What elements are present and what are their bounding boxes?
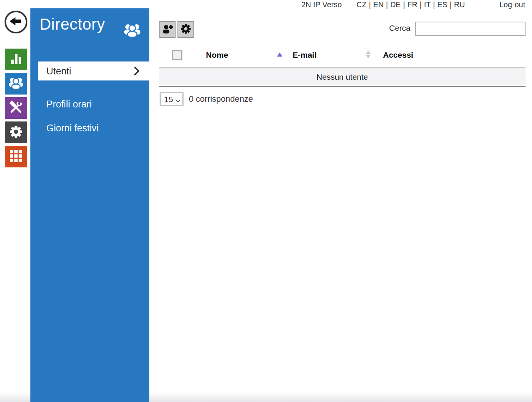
hammer-wrench-icon [9, 100, 23, 116]
app-window: 2N IP Verso CZ|EN|DE|FR|IT|ES|RU Log-out [0, 0, 532, 402]
sort-ascending-icon [277, 52, 282, 57]
lang-ru[interactable]: RU [454, 0, 465, 9]
menu-item-giorni-festivi[interactable]: Giorni festivi [30, 118, 149, 137]
lang-de[interactable]: DE [390, 0, 401, 9]
lang-es[interactable]: ES [437, 0, 448, 9]
lang-separator: | [447, 0, 454, 9]
panel-title: Directory [40, 15, 105, 33]
menu-item-label: Profili orari [46, 99, 92, 110]
chevron-right-icon [133, 66, 140, 77]
menu-item-label: Giorni festivi [46, 123, 99, 134]
lang-cz[interactable]: CZ [356, 0, 367, 9]
column-header-nome[interactable]: Nome [206, 50, 228, 60]
sort-both-icon [366, 50, 370, 58]
product-title: 2N IP Verso [301, 0, 342, 9]
lang-en[interactable]: EN [373, 0, 384, 9]
table-empty-row: Nessun utente [159, 68, 526, 87]
lang-separator: | [367, 0, 373, 9]
language-switcher: CZ|EN|DE|FR|IT|ES|RU [356, 0, 465, 9]
column-header-email[interactable]: E-mail [293, 50, 317, 60]
lang-separator: | [418, 0, 424, 9]
sidebar-item-hardware[interactable] [5, 121, 27, 143]
page-size-select[interactable]: 15 [160, 92, 184, 106]
person-plus-icon [162, 24, 173, 36]
sidebar-item-directory[interactable] [5, 73, 27, 95]
bar-chart-icon [9, 52, 23, 67]
lang-separator: | [431, 0, 437, 9]
grid-icon [9, 149, 23, 165]
sidebar-item-services[interactable] [5, 97, 27, 119]
users-group-icon [8, 76, 24, 92]
add-user-button[interactable] [159, 21, 176, 38]
menu-item-label: Utenti [46, 66, 71, 77]
lang-fr[interactable]: FR [407, 0, 418, 9]
empty-state-text: Nessun utente [317, 73, 368, 82]
directory-panel: Directory Utenti Profili orari Giorni fe [30, 8, 149, 402]
back-arrow-icon [10, 16, 22, 28]
sidebar-item-system[interactable] [5, 146, 27, 167]
lang-it[interactable]: IT [424, 0, 431, 9]
select-all-checkbox[interactable] [172, 50, 182, 60]
gear-icon [180, 23, 192, 36]
lang-separator: | [384, 0, 390, 9]
search-label: Cerca [380, 24, 410, 33]
users-group-icon [123, 22, 142, 40]
lang-separator: | [401, 0, 407, 9]
menu-item-profili-orari[interactable]: Profili orari [30, 95, 149, 114]
sidebar-item-state[interactable] [5, 49, 27, 70]
match-count-text: 0 corrispondenze [189, 94, 253, 104]
back-button[interactable] [5, 11, 27, 33]
column-header-accessi: Accessi [383, 50, 413, 60]
table-settings-button[interactable] [177, 21, 194, 38]
logout-link[interactable]: Log-out [499, 0, 525, 9]
gear-icon [8, 124, 24, 141]
menu-item-utenti[interactable]: Utenti [38, 61, 149, 80]
page-size-wrap: 15 [160, 92, 184, 106]
search-input[interactable] [415, 22, 526, 36]
